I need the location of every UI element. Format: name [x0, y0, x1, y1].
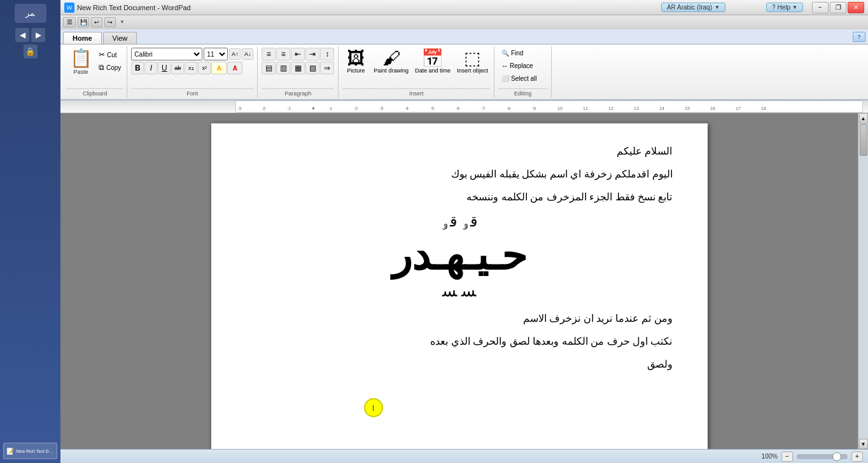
scroll-track[interactable] — [858, 123, 868, 439]
taskbar-left: ﻤﺮ ◀ ▶ 🔒 📝 New Rich Text Document - Word… — [0, 0, 60, 463]
numbered-list-button[interactable]: ≡ — [276, 48, 290, 60]
ruler-mark-1: ·1· — [328, 106, 333, 111]
zoom-in-button[interactable]: + — [851, 452, 863, 462]
italic-button[interactable]: I — [144, 62, 157, 74]
align-left-button[interactable]: ▤ — [262, 62, 276, 74]
clipboard-group: 📋 Paste ✂ Cut ⧉ Copy — [63, 46, 127, 98]
ribbon-collapse-btn[interactable]: ? — [853, 32, 865, 42]
ruler-mark-13: 13 — [634, 106, 639, 111]
window-title: New Rich Text Document - WordPad — [77, 4, 191, 11]
language-badge[interactable]: AR Arabic (Iraq) ▼ — [661, 3, 725, 12]
ruler-mark-6: ·6· — [456, 106, 461, 111]
insert-object-button[interactable]: ⬚ Insert object — [455, 48, 490, 76]
subscript-button[interactable]: x₂ — [185, 62, 197, 74]
minimize-button[interactable]: − — [812, 2, 829, 13]
select-all-label: Select all — [511, 75, 537, 82]
paint-drawing-button[interactable]: 🖌 Paint drawing — [372, 48, 410, 76]
shrink-font-button[interactable]: A↓ — [242, 48, 253, 60]
rtl-button[interactable]: ⇒ — [320, 62, 334, 74]
align-center-button[interactable]: ▥ — [276, 62, 290, 74]
wordpad-taskbar-item[interactable]: 📝 New Rich Text Document - WordPad — [3, 443, 57, 459]
increase-indent-button[interactable]: ⇥ — [305, 48, 319, 60]
language-label: AR Arabic (Iraq) — [667, 4, 712, 11]
decrease-indent-button[interactable]: ⇤ — [291, 48, 305, 60]
font-color-button[interactable]: A — [227, 62, 242, 74]
document-area: السلام عليكم اليوم اقدملكم زخرفة اي اسم … — [60, 113, 868, 449]
scroll-down-btn[interactable]: ▼ — [859, 439, 868, 449]
ruler: ·3· ·2· ·1· ▼ ·1· ·2· ·3· ·4· ·5· ·6· ·7… — [60, 100, 868, 113]
doc-line-7: ومن ثم عندما نريد ان نزخرف الاسم — [246, 308, 673, 329]
menu-button[interactable]: ☰ — [63, 17, 76, 27]
taskbar-item-label: New Rich Text Document - WordPad — [16, 449, 54, 453]
font-label: Font — [131, 88, 253, 97]
highlight-button[interactable]: A — [211, 62, 227, 74]
font-select[interactable]: Calibri — [131, 48, 202, 60]
tab-bar: Home View ? — [60, 29, 868, 45]
scroll-thumb[interactable] — [860, 124, 867, 156]
doc-line-3: تابع نسخ فقط الجزء المزخرف من الكلمه ونن… — [246, 187, 673, 207]
bold-button[interactable]: B — [131, 62, 144, 74]
picture-label: Picture — [347, 67, 365, 74]
ruler-mark-15: 15 — [685, 106, 690, 111]
close-button[interactable]: ✕ — [848, 2, 864, 13]
ruler-mark-neg3: ·3· — [237, 106, 242, 111]
zoom-slider[interactable] — [797, 454, 848, 459]
vertical-scrollbar[interactable]: ▲ ▼ — [858, 113, 868, 449]
superscript-button[interactable]: x² — [198, 62, 211, 74]
cut-button[interactable]: ✂ Cut — [97, 49, 123, 60]
quick-redo-btn[interactable]: ↪ — [104, 17, 116, 27]
paste-icon: 📋 — [70, 50, 92, 67]
replace-button[interactable]: ↔ Replace — [498, 60, 547, 71]
ruler-mark-8: ·8· — [507, 106, 512, 111]
picture-icon: 🖼 — [347, 50, 365, 67]
ruler-mark-neg2: ·2· — [262, 106, 267, 111]
copy-button[interactable]: ⧉ Copy — [97, 62, 123, 73]
date-time-button[interactable]: 📅 Date and time — [413, 48, 452, 76]
back-btn[interactable]: ◀ — [15, 28, 29, 42]
insert-object-label: Insert object — [457, 67, 488, 74]
dropdown-arrow-icon[interactable]: ▼ — [715, 4, 720, 10]
help-button[interactable]: ? Help ▼ — [766, 3, 803, 12]
quick-undo-btn[interactable]: ↩ — [91, 17, 102, 27]
restore-button[interactable]: ❐ — [830, 2, 846, 13]
tab-home[interactable]: Home — [63, 32, 102, 44]
zoom-slider-thumb[interactable] — [832, 452, 841, 461]
strikethrough-button[interactable]: ab — [171, 62, 184, 74]
ruler-mark-4: ·4· — [405, 106, 410, 111]
taskbar-logo[interactable]: ﻤﺮ — [15, 4, 46, 23]
tab-view[interactable]: View — [103, 32, 137, 44]
quick-save-btn[interactable]: 💾 — [78, 17, 89, 27]
picture-button[interactable]: 🖼 Picture — [342, 48, 369, 76]
doc-line-4: ﻗۅ ﻗۅ — [246, 210, 673, 233]
cut-icon: ✂ — [99, 50, 105, 59]
editing-label: Editing — [498, 88, 547, 97]
underline-button[interactable]: U — [158, 62, 171, 74]
zoom-out-button[interactable]: − — [781, 452, 793, 462]
replace-icon: ↔ — [501, 62, 508, 69]
ruler-marker: ▼ — [311, 106, 316, 111]
help-label: Help — [778, 4, 791, 11]
lock-btn[interactable]: 🔒 — [24, 45, 38, 59]
ruler-mark-16: 16 — [710, 106, 715, 111]
forward-btn[interactable]: ▶ — [31, 28, 45, 42]
text-cursor-indicator[interactable]: I — [364, 398, 383, 417]
doc-line-8: نكتب اول حرف من الكلمه وبعدها لصق والحرف… — [246, 331, 673, 352]
grow-font-button[interactable]: A↑ — [229, 48, 241, 60]
help-icon: ? — [772, 4, 776, 11]
ruler-mark-11: 11 — [583, 106, 588, 111]
line-spacing-button[interactable]: ↕ — [320, 48, 334, 60]
ruler-mark-2: ·2· — [354, 106, 359, 111]
ruler-mark-10: 10 — [557, 106, 563, 111]
find-button[interactable]: 🔍 Find — [498, 48, 547, 59]
font-size-select[interactable]: 11 — [204, 48, 228, 60]
align-right-button[interactable]: ▦ — [291, 62, 305, 74]
document-scroll[interactable]: السلام عليكم اليوم اقدملكم زخرفة اي اسم … — [60, 113, 858, 449]
select-all-button[interactable]: ⬜ Select all — [498, 73, 547, 84]
page: السلام عليكم اليوم اقدملكم زخرفة اي اسم … — [211, 123, 708, 449]
ribbon: 📋 Paste ✂ Cut ⧉ Copy — [60, 45, 868, 100]
scroll-up-btn[interactable]: ▲ — [859, 113, 868, 123]
justify-button[interactable]: ▧ — [305, 62, 319, 74]
paste-button[interactable]: 📋 Paste — [67, 48, 95, 77]
replace-label: Replace — [510, 62, 533, 69]
bullets-button[interactable]: ≡ — [262, 48, 276, 60]
